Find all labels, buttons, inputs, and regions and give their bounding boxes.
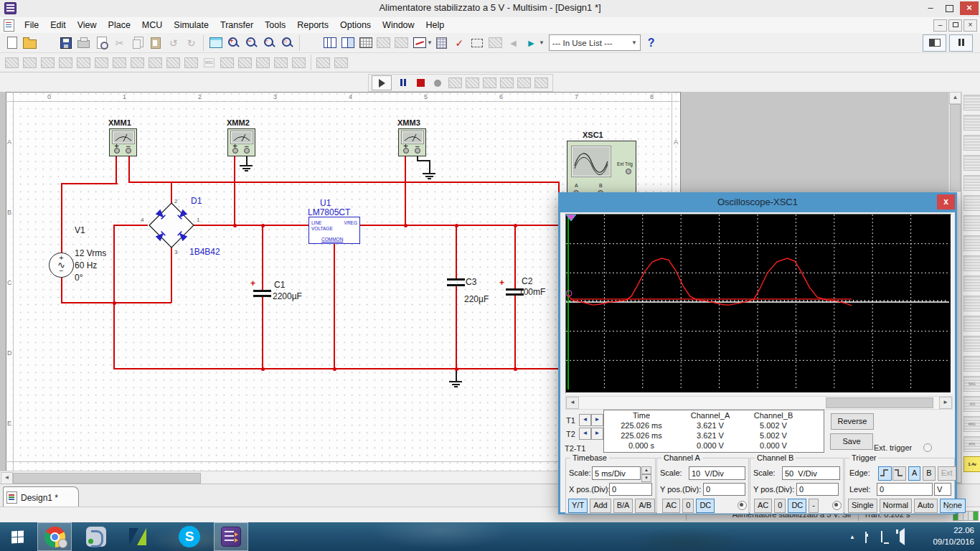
- place-rf-icon[interactable]: [236, 54, 254, 71]
- hierarchical-block-icon[interactable]: [314, 54, 332, 71]
- menu-edit[interactable]: Edit: [44, 19, 72, 32]
- maximize-icon[interactable]: [940, 1, 958, 15]
- start-button[interactable]: [0, 522, 34, 551]
- menu-window[interactable]: Window: [377, 19, 420, 32]
- distortion-analyzer-icon[interactable]: [963, 316, 980, 331]
- place-ni-component-icon[interactable]: [272, 54, 290, 71]
- timebase-spinner[interactable]: ▲▼: [641, 466, 651, 482]
- trigger-edge-falling-icon[interactable]: [892, 466, 906, 481]
- t1-right-icon[interactable]: ►: [591, 414, 603, 426]
- in-use-list-dropdown[interactable]: --- In Use List ---▼: [549, 34, 641, 51]
- scroll-up-icon[interactable]: ▲: [949, 92, 961, 104]
- zoom-out-icon[interactable]: −: [242, 34, 260, 52]
- tray-chevron-icon[interactable]: ▲: [849, 534, 855, 540]
- save-button[interactable]: Save: [830, 433, 873, 450]
- trig-src-b-button[interactable]: B: [923, 466, 935, 481]
- stop-button[interactable]: [412, 76, 429, 90]
- place-transistor-icon[interactable]: [57, 54, 75, 71]
- tb-modes-ba-button[interactable]: B/A: [613, 499, 633, 513]
- simulation-pause-toggle[interactable]: [949, 34, 973, 52]
- oscilloscope-title-bar[interactable]: Oscilloscope-XSC1 x: [558, 192, 957, 212]
- tb-modes-add-button[interactable]: Add: [590, 499, 611, 513]
- place-diode-icon[interactable]: [39, 54, 57, 71]
- agilent-oscilloscope-icon[interactable]: #AG: [963, 416, 980, 432]
- run-button[interactable]: [372, 75, 392, 90]
- place-cmos-icon[interactable]: [110, 54, 128, 71]
- cb-coupling-dc-button[interactable]: DC: [788, 499, 806, 513]
- ca-coupling-ac-button[interactable]: AC: [662, 499, 680, 513]
- taskbar-multisim[interactable]: [214, 522, 248, 551]
- taskbar-labview[interactable]: [121, 522, 155, 551]
- logic-converter-icon[interactable]: [963, 276, 980, 291]
- oscilloscope-icon[interactable]: [963, 155, 980, 171]
- close-icon[interactable]: ×: [960, 1, 979, 15]
- function-generator-icon[interactable]: [963, 115, 980, 131]
- trig-modes-auto-button[interactable]: Auto: [914, 499, 938, 513]
- toggle-design-toolbox-icon[interactable]: [207, 34, 225, 52]
- spice-netlist-viewer-icon[interactable]: [357, 34, 374, 52]
- mdi-close-icon[interactable]: ×: [963, 19, 977, 32]
- cb-coupling-0-button[interactable]: 0: [774, 499, 786, 513]
- place-power-icon[interactable]: [182, 54, 200, 71]
- spectrum-analyzer-icon[interactable]: [963, 336, 980, 352]
- place-bus-icon[interactable]: [332, 54, 350, 71]
- record-button[interactable]: [429, 76, 446, 90]
- taskbar-teamspeak[interactable]: [79, 522, 113, 551]
- cb-coupling--button[interactable]: -: [809, 499, 819, 513]
- open-file-icon[interactable]: [21, 34, 39, 52]
- channel-a-ypos-input[interactable]: [703, 483, 745, 496]
- place-misc-digital-icon[interactable]: [128, 54, 146, 71]
- trig-modes-normal-button[interactable]: Normal: [880, 499, 912, 513]
- resize-grip[interactable]: [946, 504, 953, 511]
- new-file-icon[interactable]: [3, 34, 21, 52]
- agilent-multimeter-icon[interactable]: :AG: [963, 396, 980, 412]
- frequency-counter-icon[interactable]: [963, 215, 980, 231]
- probe-icon[interactable]: [303, 34, 321, 52]
- taskbar-skype[interactable]: S: [172, 522, 207, 551]
- zoom-fit-icon[interactable]: ○: [278, 34, 296, 52]
- taskbar-chrome[interactable]: [37, 522, 72, 551]
- simulation-run-toggle[interactable]: [923, 34, 946, 52]
- capture-screen-area-icon[interactable]: [468, 34, 486, 52]
- pause-button[interactable]: [395, 76, 412, 90]
- spreadsheet-view-icon[interactable]: [339, 34, 357, 52]
- zoom-in-icon[interactable]: +: [225, 34, 242, 52]
- vscroll-thumb[interactable]: [950, 104, 961, 192]
- ca-coupling-0-button[interactable]: 0: [682, 499, 694, 513]
- place-source-icon[interactable]: [3, 54, 21, 71]
- t2-right-icon[interactable]: ►: [591, 428, 603, 440]
- timebase-scale-input[interactable]: [592, 466, 641, 480]
- postprocessor-icon[interactable]: [433, 34, 451, 52]
- electrical-rules-check-icon[interactable]: ✓: [451, 34, 468, 52]
- menu-place[interactable]: Place: [103, 19, 136, 32]
- tektronix-oscilloscope-icon[interactable]: #TK: [963, 436, 980, 452]
- mdi-minimize-icon[interactable]: –: [933, 19, 947, 32]
- oscilloscope-close-icon[interactable]: x: [937, 194, 955, 209]
- place-electromechanical-icon[interactable]: [254, 54, 272, 71]
- scroll-left-icon[interactable]: ◄: [1, 472, 13, 484]
- scope-scroll-thumb[interactable]: [826, 397, 933, 408]
- ca-coupling-dc-button[interactable]: DC: [696, 499, 715, 513]
- channel-b-ypos-input[interactable]: [796, 483, 839, 496]
- menu-mcu[interactable]: MCU: [136, 19, 168, 32]
- menu-file[interactable]: File: [19, 19, 44, 32]
- menu-view[interactable]: View: [72, 19, 103, 32]
- agilent-function-generator-icon[interactable]: 5AG: [963, 376, 980, 392]
- place-mixed-icon[interactable]: [146, 54, 164, 71]
- network-analyzer-icon[interactable]: [963, 356, 980, 372]
- place-indicator-icon[interactable]: [164, 54, 182, 71]
- oscilloscope-window[interactable]: Oscilloscope-XSC1 x ◄ ► T1 ◄ ► T2 ◄ ► T2…: [558, 192, 957, 514]
- grapher-icon[interactable]: [410, 34, 428, 52]
- forward-annotate-icon[interactable]: ►: [522, 34, 540, 52]
- menu-transfer[interactable]: Transfer: [215, 19, 259, 32]
- menu-simulate[interactable]: Simulate: [168, 19, 215, 32]
- channel-b-scale-input[interactable]: [782, 466, 840, 480]
- place-advanced-peripherals-icon[interactable]: [218, 54, 236, 71]
- hscroll-thumb[interactable]: [13, 473, 201, 484]
- measurement-probe-icon[interactable]: 1.4v: [963, 456, 980, 472]
- t1-left-icon[interactable]: ◄: [579, 414, 591, 426]
- place-basic-icon[interactable]: [21, 54, 39, 71]
- save-icon[interactable]: [57, 34, 75, 52]
- minimize-icon[interactable]: –: [921, 1, 940, 15]
- scope-scroll-right-icon[interactable]: ►: [939, 397, 952, 409]
